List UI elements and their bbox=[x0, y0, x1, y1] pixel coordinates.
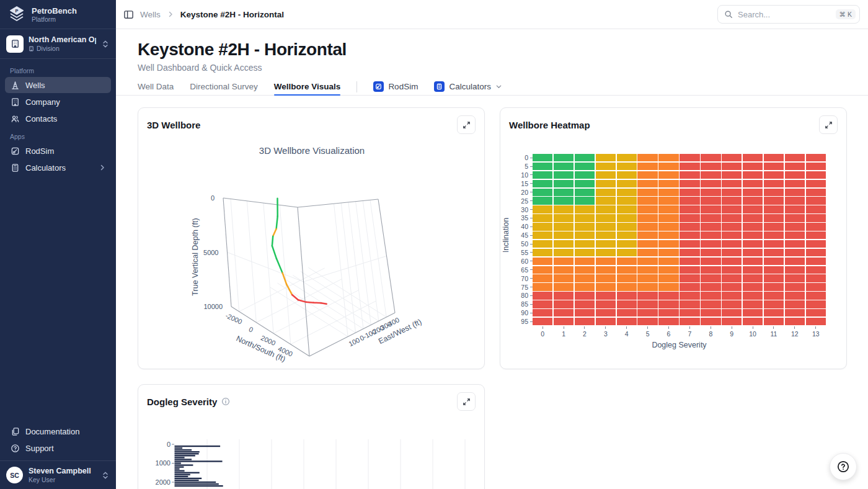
heatmap-cell bbox=[658, 283, 678, 290]
sidebar-item-support[interactable]: Support bbox=[5, 440, 111, 456]
heatmap-y-tick: 90 bbox=[512, 309, 533, 316]
sidebar-toggle-icon[interactable] bbox=[123, 9, 134, 20]
heatmap-y-tick: 25 bbox=[512, 197, 533, 204]
breadcrumb-parent[interactable]: Wells bbox=[140, 10, 161, 19]
heatmap-cell bbox=[743, 189, 763, 196]
heatmap-y-tick: 60 bbox=[512, 258, 533, 265]
tab-directional-survey[interactable]: Directional Survey bbox=[190, 78, 258, 95]
heatmap-cell bbox=[806, 292, 826, 299]
dogleg-bar bbox=[175, 476, 188, 477]
heatmap-cell bbox=[596, 274, 616, 282]
heatmap-cell bbox=[575, 180, 595, 187]
sidebar-item-contacts[interactable]: Contacts bbox=[5, 110, 111, 127]
heatmap-cell bbox=[680, 180, 699, 187]
heatmap-cell bbox=[533, 214, 552, 222]
sidebar-item-company[interactable]: Company bbox=[5, 94, 111, 110]
tab-well-data[interactable]: Well Data bbox=[138, 78, 174, 95]
chevrons-up-down-icon bbox=[101, 471, 110, 480]
heatmap-cell bbox=[575, 300, 595, 308]
sidebar-item-calculators[interactable]: Calculators bbox=[5, 159, 111, 176]
division-selector[interactable]: North American Operations Division bbox=[0, 29, 116, 59]
expand-button[interactable] bbox=[819, 115, 838, 134]
heatmap-cell bbox=[658, 223, 678, 230]
heatmap-cell bbox=[533, 180, 552, 187]
heatmap-cell bbox=[637, 180, 657, 187]
heatmap-cell bbox=[722, 249, 742, 256]
plot-line bbox=[298, 207, 309, 356]
heatmap-cell bbox=[806, 249, 826, 256]
heatmap-cell bbox=[554, 274, 574, 282]
heatmap-cell bbox=[658, 214, 678, 222]
expand-button[interactable] bbox=[457, 392, 476, 411]
heatmap-cell bbox=[785, 223, 805, 230]
heatmap-cell bbox=[701, 231, 720, 239]
main-area: Wells Keystone #2H - Horizontal Search..… bbox=[116, 0, 868, 489]
dogleg-severity-plot[interactable]: 010002000 bbox=[138, 415, 484, 489]
sidebar-item-label: Calculators bbox=[25, 163, 66, 173]
heatmap-cell bbox=[575, 154, 595, 161]
heatmap-cell bbox=[533, 283, 552, 290]
tab-calculators-app[interactable]: Calculators bbox=[434, 81, 502, 92]
heatmap-cell bbox=[575, 205, 595, 213]
help-fab-button[interactable] bbox=[830, 453, 857, 480]
heatmap-cell bbox=[637, 258, 657, 265]
sidebar-item-rodsim[interactable]: RodSim bbox=[5, 143, 111, 159]
page-content: Keystone #2H - Horizontal Well Dashboard… bbox=[116, 29, 868, 489]
sidebar-item-wells[interactable]: Wells bbox=[5, 77, 111, 93]
user-menu[interactable]: SC Steven Campbell Key User bbox=[0, 460, 116, 489]
heatmap-cell bbox=[658, 309, 678, 316]
3d-wellbore-plot[interactable]: 0500010000-20000200040001000-100-200-300… bbox=[138, 138, 484, 362]
sidebar-footer: Documentation Support bbox=[0, 421, 116, 460]
help-icon bbox=[836, 460, 850, 473]
heatmap-cell bbox=[617, 274, 637, 282]
division-meta: North American Operations Division bbox=[29, 35, 96, 52]
heatmap-cell bbox=[617, 258, 637, 265]
heatmap-cell bbox=[637, 266, 657, 274]
heatmap-cell bbox=[701, 258, 720, 265]
heatmap-cell bbox=[637, 214, 657, 222]
panel-3d-wellbore: 3D Wellbore 0500010000-20000200040001000… bbox=[138, 107, 485, 369]
heatmap-cell bbox=[743, 240, 763, 248]
heatmap-grid bbox=[533, 154, 826, 325]
brand-text: PetroBench Platform bbox=[32, 6, 77, 23]
tab-rodsim-app[interactable]: RodSim bbox=[373, 81, 418, 92]
dogleg-bar bbox=[175, 462, 181, 464]
heatmap-cell bbox=[575, 266, 595, 274]
heatmap-cell bbox=[680, 240, 699, 248]
heatmap-cell bbox=[533, 223, 552, 230]
wellbore-path-segment bbox=[273, 229, 276, 236]
heatmap-cell bbox=[575, 292, 595, 299]
heatmap-cell bbox=[554, 189, 574, 196]
chart-3d-wellbore[interactable]: 0500010000-20000200040001000-100-200-300… bbox=[138, 138, 484, 365]
heatmap-cell bbox=[743, 266, 763, 274]
heatmap-cell bbox=[617, 214, 637, 222]
heatmap-cell bbox=[637, 274, 657, 282]
heatmap-cell bbox=[785, 258, 805, 265]
heatmap-cell bbox=[701, 197, 720, 204]
heatmap-cell bbox=[596, 258, 616, 265]
heatmap-cell bbox=[575, 258, 595, 265]
heatmap-cell bbox=[722, 180, 742, 187]
heatmap-cell bbox=[554, 214, 574, 222]
sidebar-item-documentation[interactable]: Documentation bbox=[5, 423, 111, 439]
heatmap-cell bbox=[785, 283, 805, 290]
heatmap-cell bbox=[722, 171, 742, 179]
tab-wellbore-visuals[interactable]: Wellbore Visuals bbox=[274, 78, 341, 95]
plot-line bbox=[309, 313, 395, 356]
heatmap-cell bbox=[806, 266, 826, 274]
heatmap-cell bbox=[680, 300, 699, 308]
heatmap-cell bbox=[764, 197, 784, 204]
info-icon[interactable] bbox=[221, 397, 230, 406]
heatmap-cell bbox=[554, 171, 574, 179]
heatmap-cell bbox=[806, 258, 826, 265]
search-input[interactable]: Search... ⌘ K bbox=[717, 5, 860, 24]
expand-button[interactable] bbox=[457, 115, 476, 134]
heatmap-cell bbox=[722, 163, 742, 170]
heatmap-cell bbox=[554, 197, 574, 204]
heatmap-cell bbox=[554, 283, 574, 290]
heatmap-cell bbox=[722, 292, 742, 299]
heatmap-cell bbox=[533, 318, 552, 325]
sidebar-item-label: Support bbox=[25, 444, 54, 453]
axis-tick-label: -2000 bbox=[224, 312, 244, 325]
heatmap-x-tick: 9 bbox=[722, 326, 742, 338]
